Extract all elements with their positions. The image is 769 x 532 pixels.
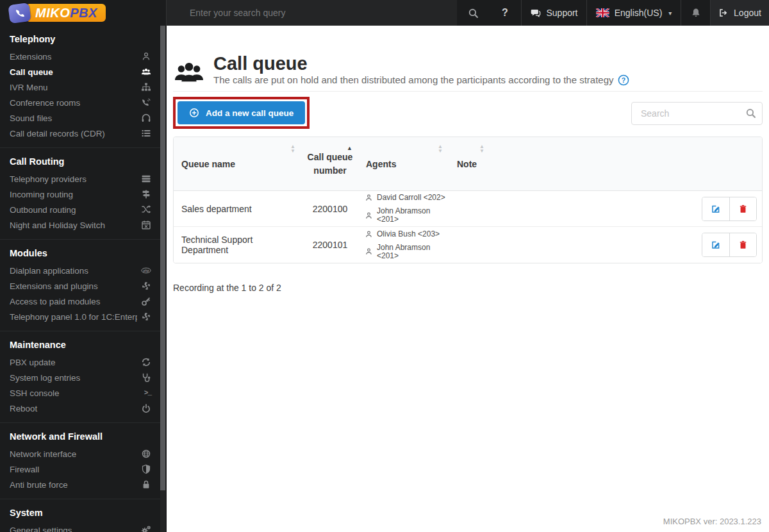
stethoscope-icon bbox=[141, 372, 151, 383]
sidebar-section-maintenance: Maintenance PBX update System log entrie… bbox=[0, 331, 160, 423]
edit-button[interactable] bbox=[702, 233, 729, 256]
support-button[interactable]: Support bbox=[521, 0, 586, 26]
sidebar-item-access-paid-modules[interactable]: Access to paid modules bbox=[0, 294, 160, 309]
page-header: Call queue The calls are put on hold and… bbox=[167, 26, 769, 87]
sidebar-item-sound-files[interactable]: Sound files bbox=[0, 110, 160, 126]
language-selector[interactable]: English(US) ▾ bbox=[586, 0, 681, 26]
sidebar-section-telephony: Telephony Extensions Call queue IVR Menu… bbox=[0, 26, 160, 148]
sidebar-item-firewall[interactable]: Firewall bbox=[0, 461, 160, 477]
table-search-input[interactable] bbox=[631, 102, 763, 125]
sidebar-item-extensions-and-plugins[interactable]: Extensions and plugins bbox=[0, 278, 160, 294]
table-row: Sales department 2200100 David Carroll <… bbox=[174, 191, 762, 227]
table-row: Technical Support Department 2200101 Oli… bbox=[174, 227, 762, 263]
users-icon bbox=[173, 58, 205, 87]
column-header-call-queue-number[interactable]: Call queue number ▲ bbox=[302, 137, 358, 190]
records-count-text: Recording at the 1 to 2 of 2 bbox=[173, 283, 763, 293]
sidebar-item-pbx-update[interactable]: PBX update bbox=[0, 354, 160, 370]
row-actions bbox=[702, 233, 757, 257]
agents-cell: David Carroll <202> John Abramson <201> bbox=[358, 194, 449, 224]
notifications-button[interactable] bbox=[681, 0, 710, 26]
sidebar-section-modules: Modules Dialplan applications Extensions… bbox=[0, 240, 160, 331]
sort-icons: ▲▼ bbox=[479, 144, 484, 153]
sidebar-item-conference-rooms[interactable]: Conference rooms bbox=[0, 95, 160, 110]
agents-cell: Olivia Bush <203> John Abramson <201> bbox=[358, 230, 449, 260]
page-title: Call queue bbox=[213, 54, 629, 73]
sidebar-section-network-firewall: Network and Firewall Network interface F… bbox=[0, 423, 160, 499]
actions-cell bbox=[491, 233, 762, 257]
version-label: MIKOPBX ver: 2023.1.223 bbox=[663, 517, 761, 526]
agent-item: Olivia Bush <203> bbox=[365, 230, 449, 238]
sidebar-scrollbar[interactable] bbox=[160, 26, 165, 532]
queue-number-cell: 2200100 bbox=[302, 204, 358, 214]
column-header-agents[interactable]: Agents ▲▼ bbox=[358, 137, 449, 190]
users-icon bbox=[141, 67, 151, 77]
sort-asc-icon: ▲ bbox=[347, 145, 352, 151]
sidebar-item-ssh-console[interactable]: SSH console >_ bbox=[0, 385, 160, 401]
sidebar: Telephony Extensions Call queue IVR Menu… bbox=[0, 26, 167, 532]
section-title: Maintenance bbox=[0, 335, 160, 354]
red-annotation-box: Add a new call queue bbox=[173, 97, 310, 129]
app-logo[interactable]: MIKOPBX bbox=[0, 0, 167, 26]
map-signs-icon bbox=[141, 189, 151, 199]
sidebar-item-night-holiday-switch[interactable]: Night and Holiday Switch bbox=[0, 217, 160, 233]
sidebar-item-extensions[interactable]: Extensions bbox=[0, 49, 160, 64]
scrollbar-thumb[interactable] bbox=[160, 26, 165, 490]
edit-button[interactable] bbox=[702, 197, 729, 220]
sidebar-item-system-log-entries[interactable]: System log entries bbox=[0, 370, 160, 385]
column-header-note[interactable]: Note ▲▼ bbox=[449, 137, 491, 190]
language-label: English(US) bbox=[615, 8, 663, 18]
puzzle-icon bbox=[141, 312, 151, 322]
edit-icon bbox=[711, 204, 721, 214]
help-button[interactable]: ? bbox=[489, 0, 521, 26]
sidebar-item-reboot[interactable]: Reboot bbox=[0, 401, 160, 416]
sidebar-item-telephony-providers[interactable]: Telephony providers bbox=[0, 171, 160, 187]
search-icon bbox=[468, 8, 479, 19]
sidebar-item-telephony-panel-1c[interactable]: Telephony panel 1.0 for 1C:Enterprise bbox=[0, 309, 160, 324]
sidebar-item-network-interface[interactable]: Network interface bbox=[0, 446, 160, 461]
sidebar-item-outbound-routing[interactable]: Outbound routing bbox=[0, 202, 160, 217]
queue-number-cell: 2200101 bbox=[302, 240, 358, 250]
power-icon bbox=[141, 403, 151, 413]
table-search bbox=[631, 102, 763, 125]
agent-item: John Abramson <201> bbox=[365, 207, 449, 224]
actions-cell bbox=[491, 197, 762, 221]
column-header-queue-name[interactable]: Queue name ▲▼ bbox=[174, 137, 302, 190]
global-search-area bbox=[167, 0, 457, 26]
search-button[interactable] bbox=[457, 0, 489, 26]
sidebar-item-general-settings[interactable]: General settings bbox=[0, 522, 160, 532]
add-call-queue-button[interactable]: Add a new call queue bbox=[178, 101, 305, 124]
agent-item: John Abramson <201> bbox=[365, 244, 449, 260]
sidebar-item-incoming-routing[interactable]: Incoming routing bbox=[0, 187, 160, 202]
help-circle-icon[interactable] bbox=[618, 74, 629, 86]
php-icon bbox=[141, 265, 151, 276]
list-icon bbox=[141, 128, 151, 138]
sidebar-item-cdr[interactable]: Call detail records (CDR) bbox=[0, 126, 160, 141]
section-title: Call Routing bbox=[0, 152, 160, 171]
search-icon[interactable] bbox=[745, 108, 756, 119]
lock-icon bbox=[141, 479, 151, 490]
delete-button[interactable] bbox=[729, 197, 756, 220]
delete-button[interactable] bbox=[729, 233, 756, 256]
trash-icon bbox=[738, 240, 748, 250]
plus-circle-icon bbox=[189, 108, 199, 118]
sitemap-icon bbox=[141, 82, 151, 92]
trash-icon bbox=[738, 204, 748, 214]
user-icon bbox=[365, 194, 373, 202]
sidebar-item-ivr-menu[interactable]: IVR Menu bbox=[0, 79, 160, 95]
global-search-input[interactable] bbox=[190, 8, 420, 18]
brand-wordmark: MIKOPBX bbox=[26, 4, 106, 22]
sort-icons: ▲▼ bbox=[438, 144, 443, 153]
comments-icon bbox=[530, 8, 541, 18]
sort-icons: ▲▼ bbox=[290, 144, 295, 153]
section-title: System bbox=[0, 503, 160, 522]
user-icon bbox=[141, 51, 151, 62]
logout-button[interactable]: Logout bbox=[710, 0, 769, 26]
key-icon bbox=[141, 296, 151, 306]
puzzle-icon bbox=[141, 281, 151, 291]
sidebar-item-call-queue[interactable]: Call queue bbox=[0, 64, 160, 79]
phone-volume-icon bbox=[141, 97, 151, 108]
section-title: Telephony bbox=[0, 29, 160, 49]
sidebar-item-dialplan-applications[interactable]: Dialplan applications bbox=[0, 263, 160, 278]
sidebar-item-anti-brute-force[interactable]: Anti brute force bbox=[0, 477, 160, 492]
table-header-row: Queue name ▲▼ Call queue number ▲ Agents… bbox=[174, 137, 762, 191]
